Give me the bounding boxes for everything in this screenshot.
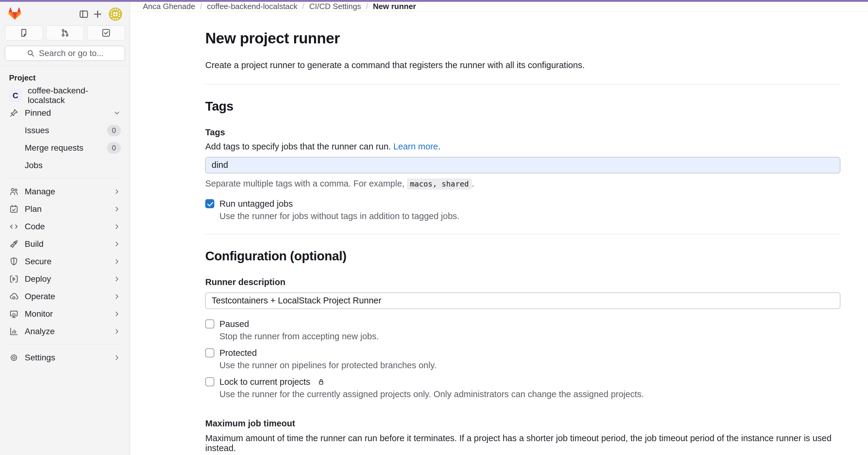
gitlab-tanuki-icon[interactable]: [8, 7, 22, 21]
user-avatar[interactable]: [109, 7, 122, 21]
chevron-right-icon: [113, 275, 121, 283]
sidebar-item-plan[interactable]: Plan: [4, 200, 126, 218]
sidebar-item-analyze[interactable]: Analyze: [4, 323, 126, 340]
todo-shortcut-button[interactable]: [87, 25, 125, 40]
sidebar-item-label: Build: [25, 239, 107, 249]
runner-description-label: Runner description: [205, 277, 840, 287]
lock-checkbox[interactable]: [205, 377, 214, 386]
section-divider: [205, 234, 840, 234]
sidebar-item-jobs[interactable]: Jobs: [4, 157, 126, 174]
timeout-label: Maximum job timeout: [205, 419, 840, 428]
protected-label[interactable]: Protected: [219, 348, 257, 358]
sidebar-item-label: Operate: [25, 292, 107, 301]
sidebar-item-issues[interactable]: Issues 0: [4, 122, 126, 139]
sidebar-item-project[interactable]: C coffee-backend-localstack: [4, 87, 126, 104]
tags-helper-period: .: [472, 179, 474, 188]
tags-hint-text: Add tags to specify jobs that the runner…: [205, 142, 391, 151]
sidebar-item-deploy[interactable]: Deploy: [4, 270, 126, 288]
breadcrumb: Anca Ghenade / coffee-backend-localstack…: [130, 2, 868, 11]
breadcrumb-current: New runner: [373, 2, 416, 11]
protected-help: Use the runner on pipelines for protecte…: [219, 360, 840, 370]
sidebar-item-label: Pinned: [25, 108, 107, 118]
protected-checkbox-row[interactable]: Protected: [205, 348, 840, 358]
breadcrumb-user[interactable]: Anca Ghenade: [143, 2, 195, 11]
sidebar-item-monitor[interactable]: Monitor: [4, 305, 126, 323]
breadcrumb-separator: /: [302, 2, 304, 11]
lock-icon: [317, 378, 325, 386]
sidebar-item-build[interactable]: Build: [4, 235, 126, 253]
chevron-right-icon: [113, 240, 121, 248]
paused-checkbox[interactable]: [205, 319, 214, 328]
hint-period: .: [438, 142, 440, 151]
lock-help: Use the runner for the currently assigne…: [219, 389, 840, 399]
runner-description-input[interactable]: [205, 293, 840, 309]
chevron-right-icon: [113, 205, 121, 213]
search-input[interactable]: Search or go to...: [5, 46, 125, 61]
sidebar-divider: [9, 178, 121, 179]
sidebar-section-label: Project: [4, 71, 126, 87]
monitor-icon: [9, 309, 19, 319]
sidebar-item-manage[interactable]: Manage: [4, 183, 126, 200]
sidebar-item-operate[interactable]: Operate: [4, 288, 126, 305]
chevron-right-icon: [113, 223, 121, 230]
tags-example-code: macos, shared: [407, 178, 472, 190]
chevron-right-icon: [113, 188, 121, 196]
merge-request-icon: [60, 28, 70, 38]
sidebar-item-label: Merge requests: [25, 143, 101, 153]
breadcrumb-project[interactable]: coffee-backend-localstack: [207, 2, 298, 11]
learn-more-link[interactable]: Learn more: [393, 142, 438, 151]
chevron-right-icon: [113, 328, 121, 335]
sidebar-item-settings[interactable]: Settings: [4, 349, 126, 366]
merge-requests-shortcut-button[interactable]: [46, 25, 84, 40]
tags-helper: Separate multiple tags with a comma. For…: [205, 179, 840, 189]
tags-helper-text: Separate multiple tags with a comma. For…: [205, 179, 404, 188]
chevron-right-icon: [113, 293, 121, 300]
create-new-button[interactable]: [91, 7, 104, 21]
lock-label[interactable]: Lock to current projects: [219, 377, 310, 387]
tags-input[interactable]: [205, 157, 840, 173]
breadcrumb-cicd-settings[interactable]: CI/CD Settings: [309, 2, 361, 11]
config-section-heading: Configuration (optional): [205, 249, 840, 263]
sidebar-item-label: Code: [25, 222, 107, 231]
paused-label[interactable]: Paused: [219, 319, 249, 329]
sidebar-item-label: Analyze: [25, 327, 107, 336]
sidebar-item-label: Settings: [25, 353, 107, 362]
issues-shortcut-button[interactable]: [5, 25, 43, 40]
sidebar-item-merge-requests[interactable]: Merge requests 0: [4, 139, 126, 157]
run-untagged-label[interactable]: Run untagged jobs: [219, 199, 293, 209]
protected-checkbox[interactable]: [205, 348, 214, 357]
breadcrumb-separator: /: [200, 2, 202, 11]
sidebar-item-label: Secure: [25, 257, 107, 266]
tags-section-heading: Tags: [205, 99, 840, 113]
run-untagged-checkbox-row[interactable]: Run untagged jobs: [205, 199, 840, 209]
chevron-right-icon: [113, 354, 121, 362]
sidebar-item-label: Deploy: [25, 274, 107, 284]
page-title: New project runner: [205, 30, 840, 47]
run-untagged-checkbox[interactable]: [205, 199, 214, 208]
page-subtitle: Create a project runner to generate a co…: [205, 59, 840, 71]
sidebar-item-label: Plan: [25, 204, 107, 214]
sidebar-item-label: Issues: [25, 126, 101, 135]
lock-checkbox-row[interactable]: Lock to current projects: [205, 377, 840, 387]
chevron-right-icon: [113, 310, 121, 318]
merge-requests-count-badge: 0: [107, 142, 121, 154]
paused-checkbox-row[interactable]: Paused: [205, 319, 840, 329]
sidebar-toggle-button[interactable]: [77, 7, 91, 21]
search-icon: [26, 49, 35, 58]
issues-count-badge: 0: [107, 125, 121, 136]
code-icon: [9, 222, 19, 231]
sidebar-item-code[interactable]: Code: [4, 218, 126, 235]
chevron-right-icon: [113, 258, 121, 265]
timeout-description: Maximum amount of time the runner can ru…: [205, 433, 840, 453]
tags-field-label: Tags: [205, 127, 840, 137]
deploy-icon: [9, 274, 19, 284]
plus-icon: [93, 9, 103, 19]
sidebar-toggle-icon: [79, 9, 89, 19]
sidebar-divider: [9, 345, 121, 345]
project-name: coffee-backend-localstack: [28, 86, 121, 105]
sidebar-item-secure[interactable]: Secure: [4, 253, 126, 270]
search-placeholder: Search or go to...: [39, 48, 104, 58]
sidebar-item-pinned[interactable]: Pinned: [4, 104, 126, 122]
users-icon: [9, 187, 19, 196]
chevron-down-icon: [113, 109, 121, 117]
